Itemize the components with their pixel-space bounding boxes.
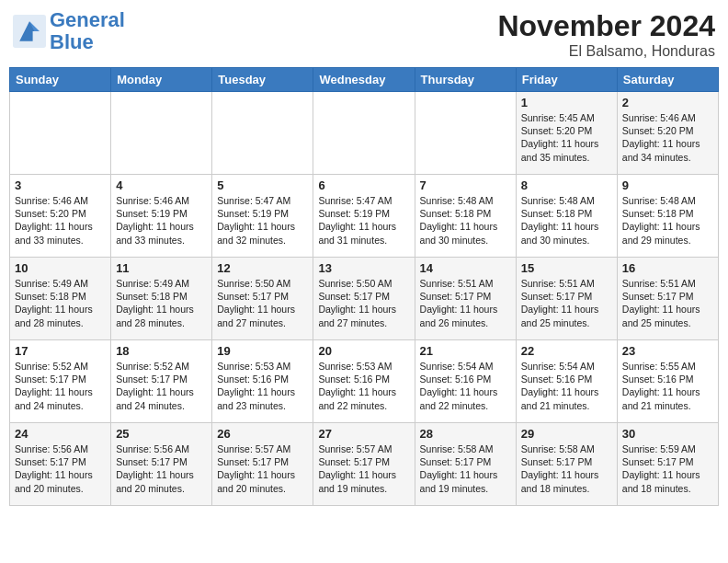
table-row bbox=[313, 92, 415, 175]
day-number: 10 bbox=[15, 261, 106, 275]
month-title: November 2024 bbox=[497, 9, 715, 43]
col-monday: Monday bbox=[111, 68, 212, 92]
table-row bbox=[415, 92, 516, 175]
day-number: 20 bbox=[318, 344, 409, 358]
day-number: 8 bbox=[521, 178, 612, 192]
day-info: Sunrise: 5:47 AMSunset: 5:19 PMDaylight:… bbox=[217, 194, 308, 247]
day-info: Sunrise: 5:53 AMSunset: 5:16 PMDaylight:… bbox=[217, 360, 308, 412]
day-info: Sunrise: 5:51 AMSunset: 5:17 PMDaylight:… bbox=[622, 277, 713, 329]
day-info: Sunrise: 5:52 AMSunset: 5:17 PMDaylight:… bbox=[15, 360, 106, 412]
calendar-week-row: 1Sunrise: 5:45 AMSunset: 5:20 PMDaylight… bbox=[10, 92, 719, 175]
table-row: 1Sunrise: 5:45 AMSunset: 5:20 PMDaylight… bbox=[516, 92, 617, 175]
day-number: 23 bbox=[622, 344, 713, 358]
table-row: 29Sunrise: 5:58 AMSunset: 5:17 PMDayligh… bbox=[516, 423, 617, 506]
day-info: Sunrise: 5:57 AMSunset: 5:17 PMDaylight:… bbox=[318, 442, 409, 495]
day-number: 6 bbox=[318, 178, 409, 192]
table-row: 12Sunrise: 5:50 AMSunset: 5:17 PMDayligh… bbox=[212, 258, 313, 340]
day-info: Sunrise: 5:49 AMSunset: 5:18 PMDaylight:… bbox=[116, 277, 207, 329]
day-number: 22 bbox=[521, 344, 612, 358]
table-row: 5Sunrise: 5:47 AMSunset: 5:19 PMDaylight… bbox=[212, 175, 313, 258]
table-row: 9Sunrise: 5:48 AMSunset: 5:18 PMDaylight… bbox=[617, 175, 718, 258]
table-row: 11Sunrise: 5:49 AMSunset: 5:18 PMDayligh… bbox=[111, 258, 212, 340]
table-row: 10Sunrise: 5:49 AMSunset: 5:18 PMDayligh… bbox=[10, 258, 111, 340]
table-row: 25Sunrise: 5:56 AMSunset: 5:17 PMDayligh… bbox=[111, 423, 212, 506]
day-number: 11 bbox=[116, 261, 207, 275]
calendar-week-row: 17Sunrise: 5:52 AMSunset: 5:17 PMDayligh… bbox=[10, 340, 719, 423]
day-number: 7 bbox=[420, 178, 511, 192]
day-number: 2 bbox=[622, 96, 713, 109]
table-row: 24Sunrise: 5:56 AMSunset: 5:17 PMDayligh… bbox=[10, 423, 111, 506]
day-number: 15 bbox=[521, 261, 612, 275]
col-saturday: Saturday bbox=[617, 68, 718, 92]
calendar-header-row: Sunday Monday Tuesday Wednesday Thursday… bbox=[10, 68, 719, 92]
day-info: Sunrise: 5:48 AMSunset: 5:18 PMDaylight:… bbox=[420, 194, 511, 247]
day-info: Sunrise: 5:56 AMSunset: 5:17 PMDaylight:… bbox=[15, 442, 106, 495]
day-info: Sunrise: 5:52 AMSunset: 5:17 PMDaylight:… bbox=[116, 360, 207, 412]
day-number: 21 bbox=[420, 344, 511, 358]
day-info: Sunrise: 5:46 AMSunset: 5:20 PMDaylight:… bbox=[15, 194, 106, 247]
day-number: 12 bbox=[217, 261, 308, 275]
day-info: Sunrise: 5:50 AMSunset: 5:17 PMDaylight:… bbox=[217, 277, 308, 329]
table-row: 16Sunrise: 5:51 AMSunset: 5:17 PMDayligh… bbox=[617, 258, 718, 340]
calendar-week-row: 24Sunrise: 5:56 AMSunset: 5:17 PMDayligh… bbox=[10, 423, 719, 506]
logo-line2: Blue bbox=[50, 30, 94, 53]
day-number: 29 bbox=[521, 427, 612, 441]
title-block: November 2024 El Balsamo, Honduras bbox=[497, 9, 715, 60]
logo: General Blue bbox=[13, 9, 125, 53]
day-info: Sunrise: 5:58 AMSunset: 5:17 PMDaylight:… bbox=[521, 442, 612, 495]
day-info: Sunrise: 5:48 AMSunset: 5:18 PMDaylight:… bbox=[521, 194, 612, 247]
col-friday: Friday bbox=[516, 68, 617, 92]
logo-icon bbox=[13, 15, 46, 48]
day-info: Sunrise: 5:46 AMSunset: 5:20 PMDaylight:… bbox=[622, 111, 713, 164]
day-number: 16 bbox=[622, 261, 713, 275]
day-info: Sunrise: 5:51 AMSunset: 5:17 PMDaylight:… bbox=[420, 277, 511, 329]
day-number: 9 bbox=[622, 178, 713, 192]
table-row: 3Sunrise: 5:46 AMSunset: 5:20 PMDaylight… bbox=[10, 175, 111, 258]
table-row: 22Sunrise: 5:54 AMSunset: 5:16 PMDayligh… bbox=[516, 340, 617, 423]
table-row: 20Sunrise: 5:53 AMSunset: 5:16 PMDayligh… bbox=[313, 340, 415, 423]
day-number: 26 bbox=[217, 427, 308, 441]
table-row: 19Sunrise: 5:53 AMSunset: 5:16 PMDayligh… bbox=[212, 340, 313, 423]
table-row: 8Sunrise: 5:48 AMSunset: 5:18 PMDaylight… bbox=[516, 175, 617, 258]
table-row: 7Sunrise: 5:48 AMSunset: 5:18 PMDaylight… bbox=[415, 175, 516, 258]
table-row bbox=[111, 92, 212, 175]
table-row: 18Sunrise: 5:52 AMSunset: 5:17 PMDayligh… bbox=[111, 340, 212, 423]
day-info: Sunrise: 5:56 AMSunset: 5:17 PMDaylight:… bbox=[116, 442, 207, 495]
day-info: Sunrise: 5:58 AMSunset: 5:17 PMDaylight:… bbox=[420, 442, 511, 495]
day-info: Sunrise: 5:45 AMSunset: 5:20 PMDaylight:… bbox=[521, 111, 612, 164]
logo-line1: General bbox=[50, 8, 125, 31]
calendar-week-row: 3Sunrise: 5:46 AMSunset: 5:20 PMDaylight… bbox=[10, 175, 719, 258]
day-number: 3 bbox=[15, 178, 106, 192]
col-wednesday: Wednesday bbox=[313, 68, 415, 92]
table-row bbox=[212, 92, 313, 175]
day-number: 18 bbox=[116, 344, 207, 358]
col-thursday: Thursday bbox=[415, 68, 516, 92]
day-number: 25 bbox=[116, 427, 207, 441]
table-row: 23Sunrise: 5:55 AMSunset: 5:16 PMDayligh… bbox=[617, 340, 718, 423]
day-info: Sunrise: 5:57 AMSunset: 5:17 PMDaylight:… bbox=[217, 442, 308, 495]
table-row: 4Sunrise: 5:46 AMSunset: 5:19 PMDaylight… bbox=[111, 175, 212, 258]
day-info: Sunrise: 5:48 AMSunset: 5:18 PMDaylight:… bbox=[622, 194, 713, 247]
table-row: 28Sunrise: 5:58 AMSunset: 5:17 PMDayligh… bbox=[415, 423, 516, 506]
location-subtitle: El Balsamo, Honduras bbox=[497, 43, 715, 60]
day-info: Sunrise: 5:54 AMSunset: 5:16 PMDaylight:… bbox=[420, 360, 511, 412]
day-number: 1 bbox=[521, 96, 612, 109]
table-row: 27Sunrise: 5:57 AMSunset: 5:17 PMDayligh… bbox=[313, 423, 415, 506]
table-row: 21Sunrise: 5:54 AMSunset: 5:16 PMDayligh… bbox=[415, 340, 516, 423]
day-info: Sunrise: 5:50 AMSunset: 5:17 PMDaylight:… bbox=[318, 277, 409, 329]
day-number: 28 bbox=[420, 427, 511, 441]
day-info: Sunrise: 5:51 AMSunset: 5:17 PMDaylight:… bbox=[521, 277, 612, 329]
day-number: 14 bbox=[420, 261, 511, 275]
day-number: 19 bbox=[217, 344, 308, 358]
day-info: Sunrise: 5:59 AMSunset: 5:17 PMDaylight:… bbox=[622, 442, 713, 495]
day-info: Sunrise: 5:47 AMSunset: 5:19 PMDaylight:… bbox=[318, 194, 409, 247]
calendar-week-row: 10Sunrise: 5:49 AMSunset: 5:18 PMDayligh… bbox=[10, 258, 719, 340]
col-sunday: Sunday bbox=[10, 68, 111, 92]
day-number: 24 bbox=[15, 427, 106, 441]
table-row: 15Sunrise: 5:51 AMSunset: 5:17 PMDayligh… bbox=[516, 258, 617, 340]
day-number: 13 bbox=[318, 261, 409, 275]
table-row: 2Sunrise: 5:46 AMSunset: 5:20 PMDaylight… bbox=[617, 92, 718, 175]
day-number: 27 bbox=[318, 427, 409, 441]
table-row: 26Sunrise: 5:57 AMSunset: 5:17 PMDayligh… bbox=[212, 423, 313, 506]
table-row: 13Sunrise: 5:50 AMSunset: 5:17 PMDayligh… bbox=[313, 258, 415, 340]
